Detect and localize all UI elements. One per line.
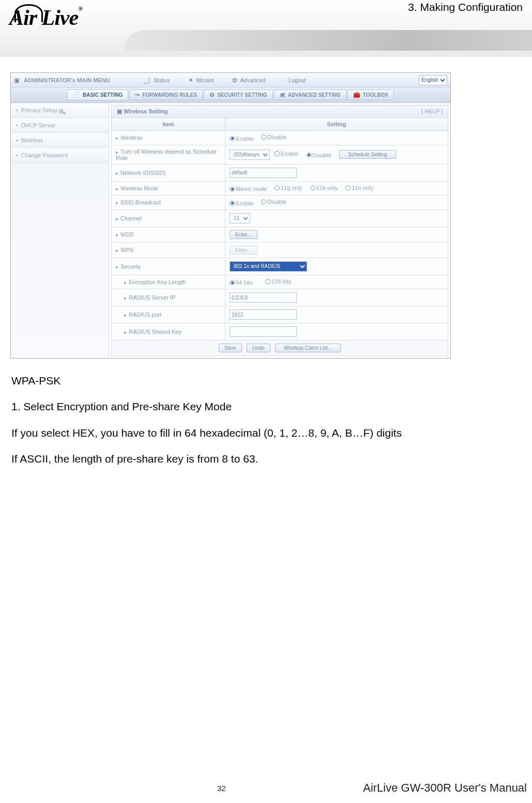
- row-label: Encryption Key Length: [129, 279, 186, 285]
- cursor-icon: ↖: [57, 105, 67, 118]
- advanced-tab-icon: 🛠: [280, 92, 285, 98]
- settings-panel: ▣ Wireless Setting [ HELP ] Item Setting…: [109, 103, 450, 358]
- radio-sched-disable[interactable]: Disable: [307, 152, 332, 158]
- row-ssid: ▸Network ID(SSID): [112, 164, 448, 181]
- admin-icon: ▣: [14, 77, 20, 84]
- nav-wizard[interactable]: ✦ Wizard: [181, 73, 221, 87]
- radio-dot-icon: [230, 136, 235, 141]
- advanced-icon: ✿: [232, 77, 237, 84]
- radio-label: 64 bits: [236, 279, 252, 286]
- row-label: RADIUS Shared Key: [129, 329, 181, 335]
- top-nav-bar: ▣ ADMINISTRATOR's MAIN MENU ⎯┃ Status ✦ …: [11, 73, 450, 87]
- sidebar-item-label: Primary Setup: [21, 107, 57, 113]
- chevron-right-icon: ▸: [116, 150, 118, 155]
- tab-basic-setting[interactable]: 📄 BASIC SETTING: [67, 90, 128, 100]
- body-line-3: If you select HEX, you have to fill in 6…: [11, 420, 521, 446]
- radio-dot-icon: [261, 135, 266, 140]
- row-wireless-mode: ▸Wireless Mode Mixed mode 11g only 11b o…: [112, 181, 448, 196]
- chevron-right-icon: ▸: [116, 248, 118, 253]
- sidebar-item-dhcp-server[interactable]: • DHCP Server: [11, 118, 109, 133]
- row-ssid-broadcast: ▸SSID Broadcast Enable Disable: [112, 196, 448, 210]
- row-wds: ▸WDS Enter...: [112, 227, 448, 242]
- save-button[interactable]: Save: [219, 344, 242, 352]
- row-label: Wireless Mode: [120, 185, 158, 191]
- row-label: Channel: [120, 215, 142, 221]
- row-label: Network ID(SSID): [120, 170, 165, 176]
- radio-dot-icon: [230, 201, 235, 206]
- radio-dot-icon: [230, 186, 235, 191]
- radio-label: Enable: [236, 200, 253, 206]
- radio-128bit[interactable]: 128 bits: [265, 278, 292, 285]
- radius-key-input[interactable]: [230, 326, 297, 337]
- tab-advanced-label: ADVANCED SETTING: [288, 92, 341, 98]
- tab-toolbox[interactable]: 🧰 TOOLBOX: [347, 90, 394, 100]
- tab-forwarding-label: FORWARDING RULES: [142, 92, 197, 98]
- radio-dot-icon: [230, 280, 235, 285]
- radio-broadcast-enable[interactable]: Enable: [230, 200, 253, 206]
- radio-64bit[interactable]: 64 bits: [230, 279, 252, 286]
- trademark-icon: ®: [78, 5, 82, 12]
- radio-sched-enable[interactable]: Enable: [275, 151, 298, 157]
- channel-select[interactable]: 11: [230, 213, 250, 224]
- tab-security-setting[interactable]: ⚙ SECURITY SETTING: [204, 90, 273, 100]
- bullet-icon: •: [16, 107, 18, 113]
- brand-logo: Air Live®: [9, 5, 82, 30]
- sidebar: • Primary Setup ↖ • DHCP Server • Wirele…: [11, 103, 109, 358]
- radio-wireless-disable[interactable]: Disable: [261, 134, 286, 140]
- chevron-right-icon: ▸: [116, 200, 118, 205]
- schedule-rule-select[interactable]: (00)Always: [230, 150, 270, 160]
- status-icon: ⎯┃: [144, 77, 151, 84]
- security-icon: ⚙: [209, 92, 215, 98]
- radio-label: 11b only: [316, 185, 338, 191]
- nav-status[interactable]: ⎯┃ Status: [136, 73, 177, 87]
- row-label: RADIUS Server IP: [129, 294, 175, 301]
- row-wps: ▸WPS Enter...: [112, 242, 448, 258]
- toolbox-icon: 🧰: [353, 92, 360, 98]
- nav-advanced[interactable]: ✿ Advanced: [225, 73, 272, 87]
- radio-label: Mixed mode: [236, 186, 267, 192]
- radio-label: Enable: [236, 136, 253, 142]
- form-buttons: Save Undo Wireless Client List...: [111, 340, 448, 356]
- radio-label: 11n only: [352, 185, 373, 191]
- radio-mode-11b[interactable]: 11b only: [310, 185, 338, 191]
- language-select[interactable]: English: [419, 75, 447, 85]
- sidebar-item-wireless[interactable]: • Wireless: [11, 133, 109, 148]
- radius-port-input[interactable]: [230, 309, 297, 320]
- router-admin-screenshot: ▣ ADMINISTRATOR's MAIN MENU ⎯┃ Status ✦ …: [10, 72, 451, 359]
- radio-mode-11g[interactable]: 11g only: [275, 185, 302, 191]
- radio-dot-icon: [275, 185, 280, 190]
- radio-label: Disable: [313, 152, 332, 158]
- row-security: ▸Security 802.1x and RADIUS: [112, 258, 448, 275]
- radio-dot-icon: [310, 185, 315, 190]
- row-label: Security: [120, 263, 141, 270]
- chevron-right-icon: ▸: [116, 264, 118, 270]
- chevron-right-icon: ▸: [116, 186, 118, 191]
- help-link[interactable]: [ HELP ]: [421, 108, 443, 115]
- security-mode-select[interactable]: 802.1x and RADIUS: [230, 261, 307, 272]
- chevron-right-icon: ›: [284, 77, 286, 83]
- radius-ip-input[interactable]: [230, 292, 297, 303]
- radio-mode-mixed[interactable]: Mixed mode: [230, 186, 267, 192]
- row-label: SSID Broadcast: [120, 199, 161, 205]
- sidebar-item-change-password[interactable]: • Change Password: [11, 148, 109, 163]
- undo-button[interactable]: Undo: [247, 344, 270, 352]
- tab-forwarding-rules[interactable]: ↪ FORWARDING RULES: [129, 90, 203, 100]
- nav-logout-label: Logout: [288, 77, 306, 83]
- nav-logout[interactable]: › Logout: [277, 73, 313, 87]
- chevron-right-icon: ▸: [124, 313, 127, 318]
- radio-dot-icon: [307, 153, 312, 158]
- basic-icon: 📄: [73, 92, 80, 98]
- row-channel: ▸Channel 11: [112, 210, 448, 227]
- admin-title: ADMINISTRATOR's MAIN MENU: [24, 77, 132, 83]
- tab-advanced-setting[interactable]: 🛠 ADVANCED SETTING: [274, 90, 346, 100]
- ssid-input[interactable]: [230, 168, 297, 178]
- radio-mode-11n[interactable]: 11n only: [345, 185, 373, 191]
- sidebar-item-primary-setup[interactable]: • Primary Setup ↖: [11, 103, 109, 118]
- schedule-setting-button[interactable]: Schedule Setting: [339, 150, 396, 159]
- panel-title-text: Wireless Setting: [124, 108, 168, 114]
- wps-enter-button[interactable]: Enter...: [230, 246, 257, 255]
- wds-enter-button[interactable]: Enter...: [230, 230, 257, 239]
- wireless-client-list-button[interactable]: Wireless Client List...: [275, 344, 341, 352]
- radio-wireless-enable[interactable]: Enable: [230, 136, 253, 142]
- radio-broadcast-disable[interactable]: Disable: [261, 199, 286, 205]
